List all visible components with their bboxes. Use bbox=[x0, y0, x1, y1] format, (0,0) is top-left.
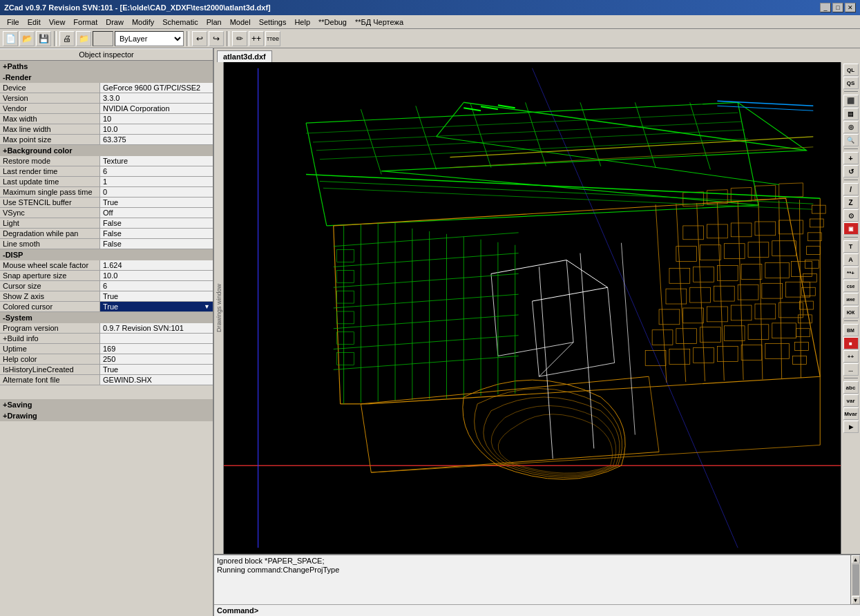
drawings-window-label: Drawings window bbox=[216, 284, 222, 332]
section-system[interactable]: -System bbox=[0, 312, 213, 323]
menu-draw[interactable]: Draw bbox=[102, 17, 128, 27]
drawings-window-sidebar: Drawings window bbox=[214, 62, 224, 554]
section-paths[interactable]: +Paths bbox=[0, 61, 213, 72]
prop-restoremode: Restore mode Texture bbox=[0, 156, 213, 166]
layer-number-input[interactable]: 0 bbox=[93, 31, 113, 46]
print-button[interactable]: 🖨 bbox=[59, 31, 75, 46]
rt-expand[interactable]: ▶ bbox=[843, 421, 859, 433]
command-prompt: Command> bbox=[217, 606, 258, 615]
rt-rotate[interactable]: ↺ bbox=[843, 165, 859, 177]
tab-atlant3d[interactable]: atlant3d.dxf bbox=[217, 50, 272, 62]
drawing-canvas[interactable] bbox=[224, 62, 841, 554]
rt-plus-btn[interactable]: + bbox=[843, 152, 859, 164]
undo-button[interactable]: ↩ bbox=[192, 31, 207, 46]
open-button[interactable]: 📂 bbox=[19, 31, 35, 46]
rt-pp[interactable]: ++ bbox=[843, 350, 859, 363]
layer-dropdown[interactable]: ByLayer bbox=[115, 31, 184, 46]
prop-progversion: Program version 0.9.7 Revision SVN:101 bbox=[0, 323, 213, 334]
rt-ine[interactable]: инe bbox=[843, 293, 859, 305]
rt-qs[interactable]: QS bbox=[843, 77, 859, 89]
prop-maxlinewidth: Max line width 10.0 bbox=[0, 124, 213, 135]
menu-modify[interactable]: Modify bbox=[128, 17, 158, 27]
menu-view[interactable]: View bbox=[45, 17, 70, 27]
window-controls: _ □ ✕ bbox=[820, 3, 856, 12]
prop-cursorsize: Cursor size 6 bbox=[0, 281, 213, 291]
close-button[interactable]: ✕ bbox=[845, 3, 856, 12]
rt-btn3[interactable]: ⬛ bbox=[843, 95, 859, 107]
rt-btn6[interactable]: 🔍 bbox=[843, 134, 859, 146]
prop-snapaperture: Snap aperture size 10.0 bbox=[0, 271, 213, 281]
inspector-content[interactable]: +Paths -Render Device GeForce 9600 GT/PC… bbox=[0, 61, 213, 616]
rt-mvar[interactable]: Mvar bbox=[843, 407, 859, 420]
rt-btn-img[interactable]: ▣ bbox=[843, 222, 859, 235]
new-button[interactable]: 📄 bbox=[3, 31, 18, 46]
menu-db[interactable]: **БД Чертежа bbox=[351, 17, 408, 27]
rt-plus2[interactable]: **+ bbox=[843, 267, 859, 279]
menu-model[interactable]: Model bbox=[226, 17, 255, 27]
command-line-1: Ignored block *PAPER_SPACE; bbox=[217, 557, 848, 565]
prop-altfont: Alternate font file GEWIND.SHX bbox=[0, 375, 213, 385]
command-input-row: Command> bbox=[214, 604, 860, 616]
tool2-button[interactable]: ++ bbox=[249, 31, 264, 46]
rt-var[interactable]: var bbox=[843, 394, 859, 407]
rt-kok[interactable]: ЮК bbox=[843, 306, 859, 318]
rt-z[interactable]: Z bbox=[843, 196, 859, 209]
menu-plan[interactable]: Plan bbox=[202, 17, 226, 27]
cad-drawing bbox=[224, 62, 841, 554]
window-title: ZCad v0.9.7 Revision SVN:101 - [E:\olde\… bbox=[4, 3, 271, 12]
scroll-down-btn[interactable]: ▼ bbox=[852, 596, 860, 604]
menu-debug[interactable]: **Debug bbox=[314, 17, 351, 27]
menu-edit[interactable]: Edit bbox=[23, 17, 45, 27]
title-bar: ZCad v0.9.7 Revision SVN:101 - [E:\olde\… bbox=[0, 0, 860, 15]
folder-button[interactable]: 📁 bbox=[76, 31, 91, 46]
prop-helpcolor: Help color 250 bbox=[0, 354, 213, 365]
menu-format[interactable]: Format bbox=[69, 17, 102, 27]
rt-dots[interactable]: ... bbox=[843, 363, 859, 376]
command-input[interactable] bbox=[261, 606, 857, 615]
prop-vendor: Vendor NVIDIA Corporation bbox=[0, 104, 213, 114]
command-scrollbar[interactable]: ▲ ▼ bbox=[850, 555, 860, 604]
prop-linesmoth: Line smoth False bbox=[0, 239, 213, 249]
maximize-button[interactable]: □ bbox=[832, 3, 843, 12]
rt-circle[interactable]: ⊙ bbox=[843, 209, 859, 222]
prop-light: Light False bbox=[0, 218, 213, 229]
rt-abc[interactable]: abc bbox=[843, 381, 859, 394]
rt-sep2 bbox=[844, 148, 858, 150]
rt-text[interactable]: T bbox=[843, 240, 859, 253]
rt-sep3 bbox=[844, 180, 858, 181]
section-render[interactable]: -Render bbox=[0, 72, 213, 83]
scroll-up-btn[interactable]: ▲ bbox=[852, 555, 860, 564]
rt-sep5 bbox=[844, 320, 858, 322]
rt-red-btn[interactable]: ■ bbox=[843, 337, 859, 349]
redo-button[interactable]: ↪ bbox=[209, 31, 224, 46]
menu-schematic[interactable]: Schematic bbox=[158, 17, 202, 27]
menu-help[interactable]: Help bbox=[290, 17, 314, 27]
rt-attr[interactable]: A bbox=[843, 253, 859, 266]
rt-btn4[interactable]: ▤ bbox=[843, 108, 859, 120]
prop-mousewheel: Mouse wheel scale factor 1.624 bbox=[0, 260, 213, 271]
prop-coloredcursor[interactable]: Colored cursor True ▼ bbox=[0, 302, 213, 312]
save-button[interactable]: 💾 bbox=[36, 31, 51, 46]
minimize-button[interactable]: _ bbox=[820, 3, 831, 12]
command-output: Ignored block *PAPER_SPACE; Running comm… bbox=[214, 555, 850, 604]
right-area: atlant3d.dxf Drawings window bbox=[214, 48, 860, 616]
section-saving[interactable]: +Saving bbox=[0, 399, 213, 410]
rt-bm[interactable]: BМ bbox=[843, 324, 859, 336]
prop-maxwidth: Max width 10 bbox=[0, 114, 213, 124]
rt-btn5[interactable]: ◎ bbox=[843, 121, 859, 133]
section-disp[interactable]: -DISP bbox=[0, 249, 213, 260]
object-inspector-header: Object inspector bbox=[0, 48, 213, 61]
rt-line[interactable]: / bbox=[843, 183, 859, 195]
tool3-button[interactable]: ттее bbox=[265, 31, 280, 46]
prop-lastrender: Last render time 6 bbox=[0, 166, 213, 177]
rt-cse[interactable]: сsе bbox=[843, 280, 859, 292]
section-background[interactable]: +Background color bbox=[0, 145, 213, 156]
left-panel: Object inspector +Paths -Render Device G… bbox=[0, 48, 214, 616]
command-area: Ignored block *PAPER_SPACE; Running comm… bbox=[214, 554, 860, 616]
section-drawing[interactable]: +Drawing bbox=[0, 410, 213, 421]
rt-ql[interactable]: QL bbox=[843, 64, 859, 76]
menu-settings[interactable]: Settings bbox=[255, 17, 291, 27]
menu-bar: File Edit View Format Draw Modify Schema… bbox=[0, 15, 860, 29]
menu-file[interactable]: File bbox=[3, 17, 23, 27]
tool1-button[interactable]: ✏ bbox=[232, 31, 247, 46]
